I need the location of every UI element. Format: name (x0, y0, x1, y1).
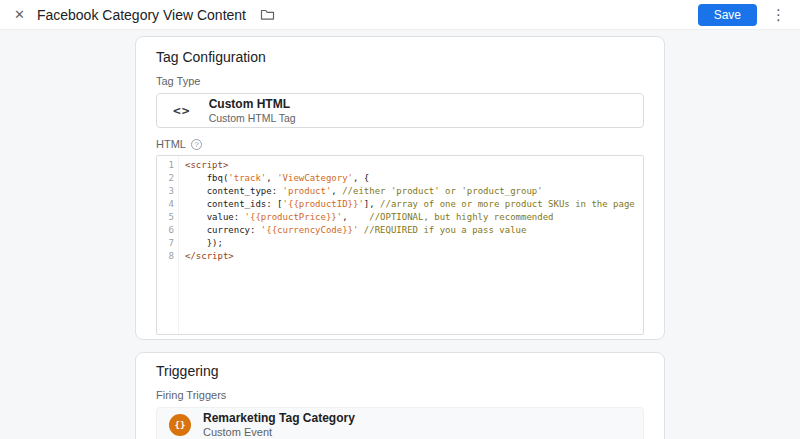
tag-type-label: Tag Type (156, 75, 644, 88)
html-code-editor[interactable]: 12345678 <script> fbq('track', 'ViewCate… (156, 155, 644, 335)
custom-event-icon: {} (169, 414, 191, 436)
trigger-item[interactable]: {} Remarketing Tag Category Custom Event (156, 407, 644, 439)
folder-icon[interactable] (260, 8, 275, 21)
header: ✕ Facebook Category View Content Save ⋮ (0, 0, 800, 30)
html-field-label-row: HTML ? (156, 138, 644, 151)
trigger-type: Custom Event (203, 426, 355, 438)
help-icon[interactable]: ? (191, 139, 202, 150)
trigger-name: Remarketing Tag Category (203, 411, 355, 425)
tag-configuration-card: Tag Configuration Tag Type <> Custom HTM… (135, 36, 665, 340)
custom-html-icon: <> (173, 103, 191, 118)
triggering-card: Triggering Firing Triggers {} Remarketin… (135, 352, 665, 439)
tag-configuration-title: Tag Configuration (156, 49, 644, 65)
tag-type-description: Custom HTML Tag (209, 112, 296, 124)
close-icon[interactable]: ✕ (14, 8, 25, 21)
code-gutter: 12345678 (157, 156, 179, 334)
tag-type-text: Custom HTML Custom HTML Tag (209, 97, 296, 124)
tag-type-selector[interactable]: <> Custom HTML Custom HTML Tag (156, 93, 644, 128)
triggering-title: Triggering (156, 363, 644, 379)
code-lines[interactable]: <script> fbq('track', 'ViewCategory', { … (179, 156, 643, 334)
save-button[interactable]: Save (698, 4, 757, 26)
trigger-text: Remarketing Tag Category Custom Event (203, 411, 355, 438)
header-right: Save ⋮ (698, 4, 786, 26)
html-label: HTML (156, 138, 186, 151)
more-options-icon[interactable]: ⋮ (771, 7, 786, 22)
page-title: Facebook Category View Content (37, 7, 246, 23)
firing-triggers-label: Firing Triggers (156, 389, 644, 402)
tag-type-name: Custom HTML (209, 97, 296, 111)
header-left: ✕ Facebook Category View Content (14, 7, 275, 23)
main-content: Tag Configuration Tag Type <> Custom HTM… (0, 30, 800, 439)
gtm-tag-editor: ✕ Facebook Category View Content Save ⋮ … (0, 0, 800, 439)
